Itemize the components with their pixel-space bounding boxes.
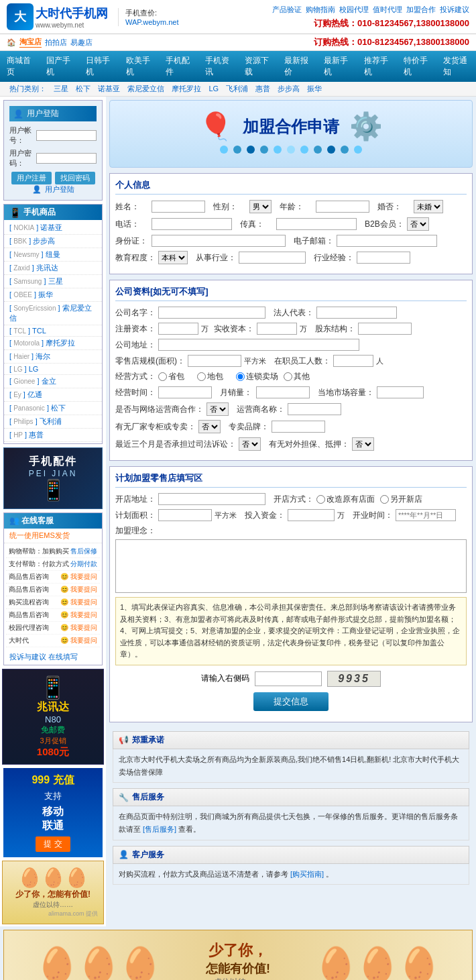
biz-option-chain[interactable]: 连锁卖场	[236, 371, 278, 382]
alimama-ad[interactable]: 🥚🥚🥚 少了你，怎能有价值! 虚位以待…… alimama.com 提供	[2, 861, 104, 924]
logo[interactable]: 大 大时代手机网 www.webym.net	[7, 3, 108, 30]
b2b-select[interactable]: 否是	[407, 217, 429, 231]
biz-option-province[interactable]: 省包	[158, 371, 192, 382]
biz-duration-input[interactable]	[158, 386, 212, 398]
brand-samsung[interactable]: [ Samsung ] 三星	[4, 275, 102, 288]
nav-accessories[interactable]: 手机配件	[159, 51, 198, 82]
industry-input[interactable]	[239, 252, 306, 264]
captcha-input[interactable]	[255, 671, 322, 686]
nav-euro-us[interactable]: 欧美手机	[119, 51, 159, 82]
nav-japan-korea[interactable]: 日韩手机	[79, 51, 119, 82]
nav-news[interactable]: 手机资讯	[198, 51, 238, 82]
employees-input[interactable]	[333, 355, 373, 367]
brand-ey[interactable]: [ Ey ] 亿通	[4, 388, 102, 401]
password-input[interactable]	[36, 153, 97, 164]
phone-check-url[interactable]: WAP.webym.net	[125, 18, 178, 26]
hotcat-bbk[interactable]: 步步高	[278, 85, 300, 93]
nav-time-agent[interactable]: 值时代理	[373, 5, 402, 15]
complaint-action[interactable]: 在线填写	[48, 653, 78, 661]
brand-gionee[interactable]: [ Gionee ] 金立	[4, 375, 102, 388]
network-coop-select[interactable]: 否是	[206, 402, 229, 416]
hotcat-hp[interactable]: 惠普	[255, 85, 270, 93]
brand-panasonic[interactable]: [ Panasonic ] 松下	[4, 402, 102, 415]
nav-special[interactable]: 特价手机	[397, 51, 436, 82]
age-input[interactable]	[316, 201, 369, 213]
customer-title[interactable]: 👤 客户服务	[113, 846, 469, 864]
nav-recommend[interactable]: 推荐手机	[357, 51, 397, 82]
brand-nokia[interactable]: [ NOKIA ] 诺基亚	[4, 221, 102, 234]
special-brand-input[interactable]	[272, 421, 325, 433]
local-market-input[interactable]	[377, 386, 424, 398]
guide-link[interactable]: [购买指南]	[290, 870, 324, 878]
nav-complaint[interactable]: 投诉建议	[440, 5, 469, 15]
open-option-new[interactable]: 另开新店	[380, 494, 422, 505]
aftersale-link[interactable]: [售后服务]	[143, 825, 176, 833]
shop-taobao[interactable]: 淘宝店	[19, 37, 42, 48]
brand-sony[interactable]: [ SonyEricssion ] 索尼爱立信	[4, 302, 102, 325]
brand-philips[interactable]: [ Philips ] 飞利浦	[4, 415, 102, 428]
nav-home[interactable]: 商城首页	[0, 51, 40, 82]
hotcat-lg[interactable]: LG	[209, 85, 219, 93]
biz-name-input[interactable]	[288, 403, 341, 415]
id-input[interactable]	[152, 235, 286, 247]
plan-area-input[interactable]	[158, 509, 212, 521]
accessories-banner[interactable]: 手机配件 PEI JIAN 📱	[3, 447, 103, 509]
nav-domestic[interactable]: 国产手机	[40, 51, 79, 82]
hotcat-panasonic[interactable]: 松下	[76, 85, 91, 93]
guarantee-select[interactable]: 否是	[352, 437, 374, 451]
aftersale-title[interactable]: 🔧 售后服务	[113, 788, 469, 806]
open-option-renovate[interactable]: 改造原有店面	[316, 494, 375, 505]
brand-zaxid[interactable]: [ Zaxid ] 兆讯达	[4, 262, 102, 274]
phone-input[interactable]	[152, 218, 232, 230]
nav-shopping-guide[interactable]: 购物指南	[306, 5, 335, 15]
store-area-input[interactable]	[188, 355, 241, 367]
bottom-ad-banner[interactable]: 🥚🥚🥚 少了你， 怎能有价值! 虚位以待…… 🥚🥚🥚	[3, 930, 473, 980]
username-input[interactable]	[36, 130, 97, 141]
submit-button[interactable]: 提交信息	[253, 692, 329, 711]
brand-newsmy[interactable]: [ Newsmy ] 纽曼	[4, 248, 102, 261]
nav-campus-agent[interactable]: 校园代理	[339, 5, 369, 15]
brand-obee[interactable]: [ OBEE ] 振华	[4, 288, 102, 301]
biz-option-area[interactable]: 地包	[197, 371, 231, 382]
nav-download[interactable]: 资源下载	[238, 51, 278, 82]
legal-rep-input[interactable]	[316, 307, 397, 319]
company-name-input[interactable]	[158, 307, 265, 319]
experience-input[interactable]	[357, 252, 410, 264]
nav-shipping[interactable]: 发货通知	[436, 51, 476, 82]
brand-lg[interactable]: [ LG ] LG	[4, 364, 102, 374]
promise-title[interactable]: 📢 郑重承诺	[113, 731, 469, 749]
reg-capital-input[interactable]	[158, 323, 198, 335]
hotcat-motorola[interactable]: 摩托罗拉	[172, 85, 201, 93]
exclusive-select[interactable]: 否是	[198, 420, 221, 433]
find-password-button[interactable]: 找回密码	[55, 172, 95, 184]
fax-input[interactable]	[276, 218, 357, 230]
brand-haier[interactable]: [ Haier ] 海尔	[4, 350, 102, 363]
hotcat-philips[interactable]: 飞利浦	[226, 85, 248, 93]
brand-bbk[interactable]: [ BBK ] 步步高	[4, 235, 102, 248]
email-input[interactable]	[337, 235, 437, 247]
shop-yiqus[interactable]: 易趣店	[70, 38, 93, 48]
idea-textarea[interactable]	[115, 539, 467, 593]
brand-hp[interactable]: [ HP ] 惠普	[4, 429, 102, 441]
gender-select[interactable]: 男女	[249, 200, 272, 213]
edu-select[interactable]: 本科专科高中初中	[158, 251, 188, 264]
hotcat-nokia[interactable]: 诺基亚	[98, 85, 120, 93]
hotcat-zhenhua[interactable]: 振华	[307, 85, 322, 93]
monthly-sales-input[interactable]	[256, 386, 310, 398]
nav-join[interactable]: 加盟合作	[406, 5, 436, 15]
lawsuit-select[interactable]: 否是	[239, 437, 261, 451]
register-button[interactable]: 用户注册	[11, 172, 52, 184]
nav-latest-price[interactable]: 最新报价	[278, 51, 317, 82]
user-panel[interactable]: 👤 用户登陆	[9, 184, 97, 195]
company-addr-input[interactable]	[158, 339, 359, 351]
name-input[interactable]	[152, 201, 205, 213]
open-addr-input[interactable]	[158, 493, 265, 505]
brand-tcl[interactable]: [ TCL ] TCL	[4, 325, 102, 336]
hotcat-sonyericsson[interactable]: 索尼爱立信	[127, 85, 164, 93]
stock-input[interactable]	[358, 323, 412, 335]
charge-submit-button[interactable]: 提 交	[36, 836, 70, 852]
nav-product-verify[interactable]: 产品验证	[272, 5, 302, 15]
shop-paipai[interactable]: 拍拍店	[45, 38, 67, 48]
brand-motorola[interactable]: [ Motorola ] 摩托罗拉	[4, 337, 102, 349]
collection-input[interactable]	[257, 323, 297, 335]
